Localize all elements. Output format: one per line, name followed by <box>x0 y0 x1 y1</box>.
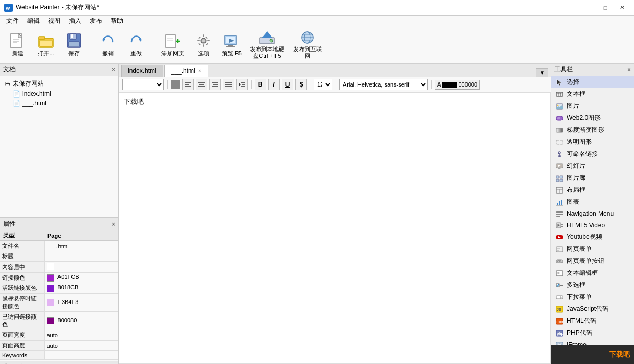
publish-local-label: 发布到本地硬盘Ctrl + F5 <box>248 46 286 59</box>
align-center-button[interactable] <box>196 79 207 90</box>
font-family-select[interactable]: Arial, Helvetica, sans-serif <box>339 79 428 90</box>
attr-val-keywords[interactable] <box>44 351 118 360</box>
minimize-button[interactable]: ─ <box>581 3 596 13</box>
align-left-button[interactable] <box>182 79 194 90</box>
addpage-icon <box>164 32 181 49</box>
style-select[interactable] <box>122 79 164 90</box>
tool-jscode[interactable]: JS JavaScript代码 <box>551 303 634 315</box>
svg-rect-25 <box>207 40 210 41</box>
open-label: 打开... <box>38 50 54 57</box>
tab-blank[interactable]: ___.html × <box>164 65 208 77</box>
tool-textbox[interactable]: TT 文本框 <box>551 88 634 100</box>
attr-val-pagewidth[interactable]: auto <box>44 330 118 341</box>
attr-val-pageheight[interactable]: auto <box>44 341 118 351</box>
indent-button[interactable] <box>236 79 248 90</box>
tree-root-site[interactable]: 🗁 未保存网站 <box>2 78 116 89</box>
tool-textarea[interactable]: ab| 文本编辑框 <box>551 267 634 279</box>
align-right-button[interactable] <box>209 79 221 90</box>
italic-button[interactable]: I <box>268 79 280 90</box>
tool-checkbox[interactable]: 多选框 <box>551 279 634 291</box>
tool-chart[interactable]: 图表 <box>551 196 634 208</box>
bg-border-link[interactable]: 背景&边界 <box>0 361 118 364</box>
right-panel-close[interactable]: × <box>627 66 631 74</box>
tree-item-blank[interactable]: 📄 ___.html <box>2 99 116 108</box>
svg-rect-81 <box>560 179 563 182</box>
redo-button[interactable]: 重做 <box>123 29 150 60</box>
attr-key-filename: 文件名 <box>0 241 44 251</box>
tool-web2shape[interactable]: Web2.0图形 <box>551 112 634 124</box>
fill-color-button[interactable] <box>171 80 180 89</box>
hoverlinkcolor-swatch <box>47 299 54 306</box>
tab-dropdown-button[interactable]: ▼ <box>536 68 548 77</box>
addpage-button[interactable]: 添加网页 <box>157 29 189 60</box>
tool-select[interactable]: 选择 <box>551 76 634 88</box>
svg-text:HTML: HTML <box>557 320 564 323</box>
tool-html5video[interactable]: HTML5 Video <box>551 220 634 231</box>
main-area: 文档 × 🗁 未保存网站 📄 index.html 📄 ___.html <box>0 64 634 364</box>
tab-index-label: index.html <box>128 67 157 75</box>
svg-rect-87 <box>561 200 562 205</box>
tool-htmlcode[interactable]: HTML HTML代码 <box>551 315 634 327</box>
tool-formbutton[interactable]: OK 网页表单按钮 <box>551 255 634 267</box>
align-justify-button[interactable] <box>223 79 234 90</box>
preview-button[interactable]: 预览 F5 <box>218 29 245 60</box>
menu-publish[interactable]: 发布 <box>86 16 106 27</box>
hoverlinkcolor-value: E3B4F3 <box>58 299 79 305</box>
tool-navmenu[interactable]: Navigation Menu <box>551 208 634 220</box>
tool-gradshape[interactable]: 梯度渐变图形 <box>551 124 634 136</box>
attributes-panel-close[interactable]: × <box>112 221 115 228</box>
attr-val-hoverlinkcolor[interactable]: E3B4F3 <box>44 294 118 312</box>
editor-area[interactable]: 下载吧 <box>119 92 551 364</box>
tab-blank-close[interactable]: × <box>198 68 201 74</box>
activelinkcolor-swatch <box>47 285 54 292</box>
dollar-button[interactable]: $ <box>295 79 307 90</box>
menu-help[interactable]: 帮助 <box>106 16 127 27</box>
tool-namedlink[interactable]: 可命名链接 <box>551 148 634 160</box>
underline-icon: U <box>285 81 290 88</box>
publish-local-button[interactable]: 发布到本地硬盘Ctrl + F5 <box>246 29 288 60</box>
font-size-select[interactable]: 12 <box>314 79 332 90</box>
attr-val-align[interactable] <box>44 262 118 273</box>
attr-val-visitedlinkcolor[interactable]: 800080 <box>44 312 118 330</box>
tool-image[interactable]: 图片 <box>551 100 634 112</box>
tool-slideshow[interactable]: 幻灯片 <box>551 160 634 172</box>
new-button[interactable]: 新建 <box>4 29 31 60</box>
text-color-value: 000000 <box>458 81 477 88</box>
attr-val-linkcolor[interactable]: A01FCB <box>44 273 118 283</box>
attributes-scroll[interactable]: 类型 Page 文件名 ___.html 标题 内容居中 <box>0 230 118 361</box>
tool-transshape[interactable]: 透明图形 <box>551 136 634 148</box>
menu-file[interactable]: 文件 <box>2 16 23 27</box>
tool-gallery[interactable]: 图片廊 <box>551 172 634 184</box>
underline-button[interactable]: U <box>282 79 293 90</box>
maximize-button[interactable]: □ <box>597 3 613 13</box>
tool-youtube[interactable]: Youtube视频 <box>551 231 634 243</box>
options-button[interactable]: 选项 <box>190 29 217 60</box>
tree-file-icon-blank: 📄 <box>13 100 20 107</box>
tool-webform[interactable]: 网页表单 <box>551 243 634 255</box>
editor-content[interactable]: 下载吧 <box>124 97 546 106</box>
php-icon: php <box>555 329 564 337</box>
undo-button[interactable]: 撤销 <box>94 29 122 60</box>
close-button[interactable]: ✕ <box>614 3 630 13</box>
tree-item-index[interactable]: 📄 index.html <box>2 89 116 99</box>
tab-index[interactable]: index.html <box>121 65 163 77</box>
publish-net-button[interactable]: 发布到互联网 <box>289 29 326 60</box>
attr-key-pagewidth: 页面宽度 <box>0 330 44 341</box>
svg-rect-23 <box>203 44 204 47</box>
tool-layoutbox[interactable]: 布局框 <box>551 184 634 196</box>
tool-dropdown[interactable]: 下拉菜单 <box>551 291 634 303</box>
open-button[interactable]: 打开... <box>32 29 59 60</box>
tool-phpcode[interactable]: php PHP代码 <box>551 327 634 339</box>
save-button[interactable]: 保存 <box>61 29 88 60</box>
attr-key-keywords: Keywords <box>0 351 44 360</box>
attr-val-filename[interactable]: ___.html <box>44 241 118 251</box>
preview-icon <box>223 32 240 49</box>
attr-val-activelinkcolor[interactable]: 8018CB <box>44 283 118 294</box>
attr-val-title[interactable] <box>44 251 118 262</box>
bold-button[interactable]: B <box>255 79 266 90</box>
menu-edit[interactable]: 编辑 <box>23 16 44 27</box>
menu-insert[interactable]: 插入 <box>65 16 86 27</box>
document-panel-close[interactable]: × <box>112 66 115 74</box>
menu-view[interactable]: 视图 <box>44 16 65 27</box>
text-color-button[interactable]: A 000000 <box>435 80 480 90</box>
